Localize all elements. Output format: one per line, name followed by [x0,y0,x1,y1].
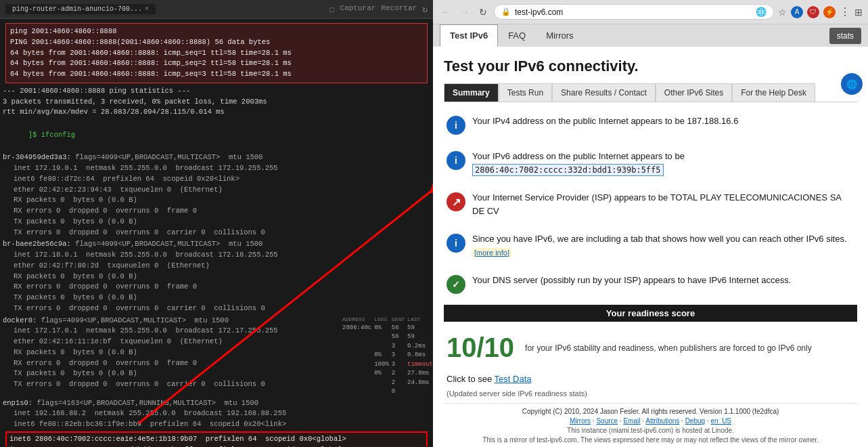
iface2-ether: ether 02:42:f7:80:2d txqueuelen 0 (Ether… [3,261,430,272]
loss-header-addr: ADDRESS [342,316,371,324]
info-text-ipv4: Your IPv4 address on the public Internet… [472,114,738,128]
loss-r7-a [342,379,371,388]
test-data-link[interactable]: Test Data [495,374,532,384]
ifconfig-cmd: ifconfig [41,131,75,139]
score-description: for your IPv6 stability and readiness, w… [525,343,812,353]
ping-line1: ping 2001:4860:4860::8888 [10,26,423,37]
moreinfo-text: Since you have IPv6, we are including a … [472,234,847,244]
back-button[interactable]: ← [438,5,453,19]
refresh-icon[interactable]: ↻ [422,4,428,15]
loss-table: ADDRESS LOSS SENT LAST 2806:40c0%5659 56… [342,316,430,397]
loss-r3-l [374,342,389,352]
inet6-highlight-block: inet6 2806:40c:7002:cccc:ea1e:4e5e:1b18:… [5,431,428,447]
stats-button[interactable]: stats [829,28,861,44]
footer-link-email[interactable]: Email [623,417,640,425]
loss-r6-l: 0% [374,369,389,379]
iface2-tx-err: TX errors 0 dropped 0 overruns 0 carrier… [3,303,430,314]
tab-share-results[interactable]: Share Results / Contact [552,83,656,102]
close-icon[interactable]: × [145,5,149,13]
docker-rx-err: RX errors 0 dropped 0 overruns 0 frame 0 [3,358,340,369]
loss-r6-a [342,369,371,379]
ping-line5: 64 bytes from 2001:4860:4860::8888: icmp… [10,69,423,80]
loss-r8-l [374,387,389,397]
loss-r8-s: 0 [392,387,405,397]
loss-r2-a [342,333,371,342]
footer-link-mirrors[interactable]: Mirrors [570,417,591,425]
address-bar[interactable]: 🔒 test-ipv6.com 🌐 [494,4,774,20]
loss-r7-l [374,379,389,388]
browser-chrome: ← → ↻ 🔒 test-ipv6.com 🌐 ☆ A 🛡 ⚡ ⋮ ⊞ [433,0,868,24]
ext-icon-red[interactable]: 🛡 [807,6,819,18]
loss-r5-s: 3 [392,360,405,370]
site-nav-faq[interactable]: FAQ [498,24,536,47]
loss-r3-t: 0.2ms [407,342,433,352]
info-text-ipv6: Your IPv6 address on the public Internet… [472,150,685,176]
translate-float-button[interactable]: 🌐 [841,73,863,95]
loss-docker-section: docker0: flags=4099<UP,BROADCAST,MULTICA… [3,316,430,397]
docker-name: docker0: flags=4099<UP,BROADCAST,MULTICA… [3,316,340,326]
footer-link-source[interactable]: Source [596,417,618,425]
bookmark-icon[interactable]: ☆ [778,7,787,18]
loss-r1-a: 2806:40c [342,324,371,333]
terminal-tab[interactable]: ping-router-admin-anuncio-700... × [5,4,156,14]
loss-r8-t [407,387,433,397]
stats-line: --- 2001:4860:4860::8888 ping statistics… [3,86,430,97]
recortar-action[interactable]: Recortar [381,4,417,15]
footer-link-debug[interactable]: Debug [685,417,705,425]
loss-r4-a [342,351,371,360]
browser-icons: ☆ A 🛡 ⚡ ⋮ ⊞ [778,5,863,18]
loss-r3-s: 3 [392,342,405,352]
capture-action[interactable]: Capturar [340,4,376,15]
loss-r7-t: 24.8ms [407,379,433,388]
terminal-top-bar: ping-router-admin-anuncio-700... × ☐ Cap… [0,0,433,19]
translate-icon[interactable]: 🌐 [756,7,767,17]
info-icon-dns: ✓ [447,275,465,294]
tab-tests-run[interactable]: Tests Run [499,83,552,102]
more-info-link[interactable]: [more info] [472,248,511,257]
tab-summary[interactable]: Summary [444,83,499,102]
iface2-inet: inet 172.18.0.1 netmask 255.255.0.0 broa… [3,250,430,261]
browser-window: ← → ↻ 🔒 test-ipv6.com 🌐 ☆ A 🛡 ⚡ ⋮ ⊞ [433,0,868,447]
enp-inet6: inet6 fe80::82eb:bc36:1f9e:bb9 prefixlen… [3,419,430,430]
loss-r5-l: 100% [374,360,389,370]
loss-r4-s: 3 [392,351,405,360]
reload-button[interactable]: ↻ [476,5,490,19]
ext-icon-blue[interactable]: A [791,6,803,18]
iface-tx: TX packets 0 bytes 0 (0.0 B) [3,217,430,228]
lock-icon: 🔒 [501,7,511,16]
footer-link-locale[interactable]: en_US [710,417,731,425]
info-row-moreinfo: i Since you have IPv6, we are including … [444,228,857,263]
iface2-section: br-baee2be56c9a: flags=4099<UP,BROADCAST… [3,239,430,314]
menu-icon[interactable]: ⋮ [840,5,850,18]
forward-button[interactable]: → [457,5,472,19]
browser-panel: ← → ↻ 🔒 test-ipv6.com 🌐 ☆ A 🛡 ⚡ ⋮ ⊞ [433,0,868,447]
ipv6-address: 2806:40c:7002:cccc:332d:bdd1:939b:5ff5 [472,164,664,176]
ping-line4: 64 bytes from 2001:4860:4860::8888: icmp… [10,58,423,69]
loss-r1-s: 56 [392,324,405,333]
site-nav: Test IPv6 FAQ Mirrors stats [433,24,868,47]
tab-help-desk[interactable]: For the Help Desk [732,83,815,102]
ipv6-text-before: Your IPv6 address on the public Internet… [472,151,685,161]
site-nav-test-ipv6[interactable]: Test IPv6 [440,24,498,47]
tab-other-ipv6[interactable]: Other IPv6 Sites [656,83,732,102]
terminal-content: ping 2001:4860:4860::8888 PING 2001:4860… [0,19,433,447]
url-text: test-ipv6.com [515,7,563,17]
loss-r5-a [342,360,371,370]
iface-inet: inet 172.19.0.1 netmask 255.255.0.0 broa… [3,163,430,174]
enp-section: enp1s0: flags=4163<UP,BROADCAST,RUNNING,… [3,398,430,430]
browser-toolbar: ← → ↻ 🔒 test-ipv6.com 🌐 ☆ A 🛡 ⚡ ⋮ ⊞ [433,0,868,24]
loss-r2-s: 56 [392,333,405,342]
info-text-isp: Your Internet Service Provider (ISP) app… [472,191,854,217]
ping-line3: 64 bytes from 2001:4860:4860::8888: icmp… [10,48,423,59]
footer-link-attributions[interactable]: Attributions [645,417,679,425]
site-nav-mirrors[interactable]: Mirrors [536,24,583,47]
footer-links: Copyright (C) 2010, 2024 Jason Fesler. A… [444,403,857,425]
docker-section: docker0: flags=4099<UP,BROADCAST,MULTICA… [3,316,340,397]
loss-r4-l: 0% [374,351,389,360]
rtt-line: rtt min/avg/max/mdev = 28.083/28.094/28.… [3,107,430,118]
loss-header-last: LAST [407,316,433,324]
ext-icon-orange[interactable]: ⚡ [823,6,836,18]
loss-r7-s: 2 [392,379,405,388]
grid-icon[interactable]: ⊞ [854,7,863,18]
info-row-isp: ↗ Your Internet Service Provider (ISP) a… [444,187,857,221]
